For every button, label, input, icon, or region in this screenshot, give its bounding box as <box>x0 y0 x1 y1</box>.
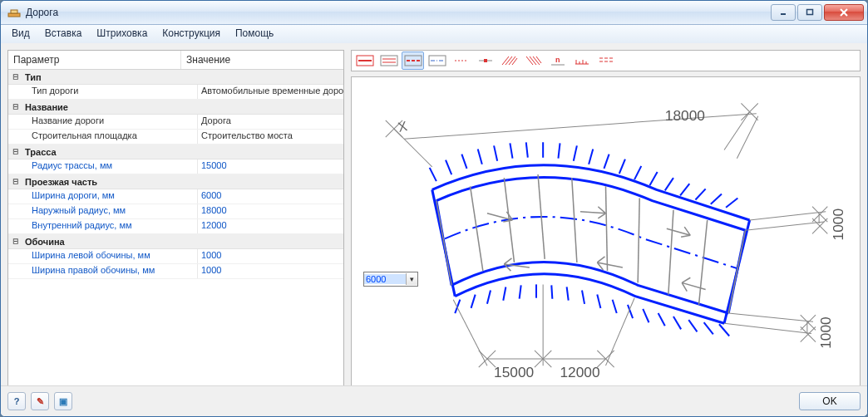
category-shoulder[interactable]: ⊟Обочина <box>8 234 343 249</box>
prop-trace-radius[interactable]: Радиус трассы, мм15000 <box>8 159 343 174</box>
category-trace[interactable]: ⊟Трасса <box>8 145 343 159</box>
svg-line-90 <box>597 295 600 308</box>
tag-icon[interactable]: ▣ <box>54 392 72 410</box>
svg-line-48 <box>446 160 451 174</box>
svg-line-63 <box>680 184 689 195</box>
tbtn-pattern-center[interactable] <box>474 52 496 70</box>
svg-line-22 <box>526 56 533 65</box>
category-carriageway[interactable]: ⊟Проезжая часть <box>8 174 343 189</box>
svg-line-75 <box>572 178 577 262</box>
svg-rect-3 <box>807 10 813 15</box>
svg-line-99 <box>453 300 487 365</box>
svg-line-83 <box>487 291 491 304</box>
svg-line-78 <box>668 210 673 295</box>
svg-line-57 <box>589 149 593 164</box>
dim-shoulder-bottom: 1000 <box>817 316 834 348</box>
svg-rect-8 <box>381 56 397 66</box>
svg-line-76 <box>606 186 608 271</box>
tbtn-pattern-dashdot[interactable] <box>426 52 448 70</box>
tbtn-pattern-label-n[interactable]: n <box>546 52 569 70</box>
svg-line-77 <box>638 199 639 283</box>
dimension-input[interactable] <box>364 274 406 284</box>
dim-x-label: X <box>397 118 409 135</box>
svg-line-41 <box>737 116 757 159</box>
prop-left-shoulder[interactable]: Ширина левой обочины, мм1000 <box>8 249 343 264</box>
svg-line-59 <box>619 159 625 174</box>
menu-help[interactable]: Помощь <box>228 25 281 43</box>
svg-line-71 <box>436 201 451 286</box>
category-name[interactable]: ⊟Название <box>8 100 343 115</box>
note-icon[interactable]: ✎ <box>31 392 49 410</box>
prop-road-name[interactable]: Название дорогиДорога <box>8 115 343 130</box>
minimize-button[interactable] <box>771 4 796 21</box>
svg-line-82 <box>471 295 476 308</box>
maximize-button[interactable] <box>797 4 822 21</box>
title-bar: Дорога <box>1 1 867 25</box>
bottom-bar: ? ✎ ▣ OK <box>1 385 867 416</box>
preview-canvas[interactable]: X <box>351 76 861 410</box>
svg-line-53 <box>526 142 528 157</box>
tbtn-pattern-ruler[interactable] <box>570 52 593 70</box>
menu-view[interactable]: Вид <box>4 25 37 43</box>
dimension-combo[interactable]: ▾ <box>363 272 418 287</box>
svg-line-19 <box>506 56 512 65</box>
svg-line-97 <box>704 322 713 334</box>
prop-outer-radius[interactable]: Наружный радиус, мм18000 <box>8 204 343 219</box>
svg-line-24 <box>533 56 540 65</box>
svg-line-93 <box>643 309 649 322</box>
tbtn-pattern-dash[interactable] <box>402 52 424 70</box>
tbtn-pattern-double-line[interactable] <box>377 52 400 70</box>
svg-line-91 <box>613 300 617 313</box>
prop-road-width[interactable]: Ширина дороги, мм6000 <box>8 189 343 204</box>
svg-line-72 <box>471 186 483 271</box>
prop-inner-radius[interactable]: Внутренний радиус, мм12000 <box>8 219 343 234</box>
close-button[interactable] <box>824 4 864 21</box>
tbtn-pattern-hatch-1[interactable] <box>498 52 520 70</box>
prop-site[interactable]: Строительная площадкаСтроительство моста <box>8 130 343 145</box>
tbtn-pattern-rows[interactable] <box>594 52 617 70</box>
right-pane: n X <box>351 50 861 410</box>
svg-text:n: n <box>555 56 560 64</box>
svg-line-84 <box>503 287 506 300</box>
app-window: Дорога Вид Вставка Штриховка Конструкция… <box>0 0 868 417</box>
property-grid[interactable]: Параметр Значение ⊟Тип Тип дорогиАвтомоб… <box>7 50 344 410</box>
chevron-down-icon[interactable]: ▾ <box>406 273 417 285</box>
window-title: Дорога <box>26 7 771 18</box>
svg-line-61 <box>649 172 657 185</box>
menu-hatch[interactable]: Штриховка <box>89 25 155 43</box>
svg-line-66 <box>726 199 737 208</box>
tbtn-pattern-short-dash[interactable] <box>450 52 472 70</box>
svg-line-55 <box>558 143 560 158</box>
tbtn-pattern-hatch-2[interactable] <box>522 52 545 70</box>
svg-line-20 <box>509 56 515 65</box>
svg-line-89 <box>582 291 584 304</box>
road-drawing: X <box>352 77 860 409</box>
svg-line-96 <box>688 320 697 331</box>
svg-line-18 <box>502 56 509 65</box>
svg-line-56 <box>574 145 577 160</box>
menu-construction[interactable]: Конструкция <box>155 25 228 43</box>
header-value: Значение <box>181 51 343 69</box>
svg-line-49 <box>461 155 466 169</box>
svg-line-23 <box>530 56 536 65</box>
svg-line-40 <box>724 112 750 150</box>
svg-line-52 <box>510 143 512 158</box>
svg-line-65 <box>711 194 722 204</box>
prop-right-shoulder[interactable]: Ширина правой обочины, мм1000 <box>8 264 343 279</box>
svg-line-101 <box>606 298 635 365</box>
help-icon[interactable]: ? <box>7 392 26 410</box>
menu-insert[interactable]: Вставка <box>37 25 90 43</box>
svg-line-50 <box>478 149 482 164</box>
dim-shoulder-top: 1000 <box>830 208 846 240</box>
window-buttons <box>771 4 864 21</box>
category-type[interactable]: ⊟Тип <box>8 70 343 85</box>
tbtn-pattern-solid-red[interactable] <box>353 52 376 70</box>
svg-line-47 <box>430 168 436 181</box>
dim-trace-radius: 15000 <box>494 364 534 380</box>
ok-button[interactable]: OK <box>799 392 861 410</box>
svg-line-88 <box>567 287 569 300</box>
client-area: Параметр Значение ⊟Тип Тип дорогиАвтомоб… <box>1 43 867 416</box>
dim-inner-radius: 12000 <box>560 364 600 380</box>
prop-road-type[interactable]: Тип дорогиАвтомобильные временные дороги <box>8 85 343 100</box>
svg-line-87 <box>551 285 552 298</box>
